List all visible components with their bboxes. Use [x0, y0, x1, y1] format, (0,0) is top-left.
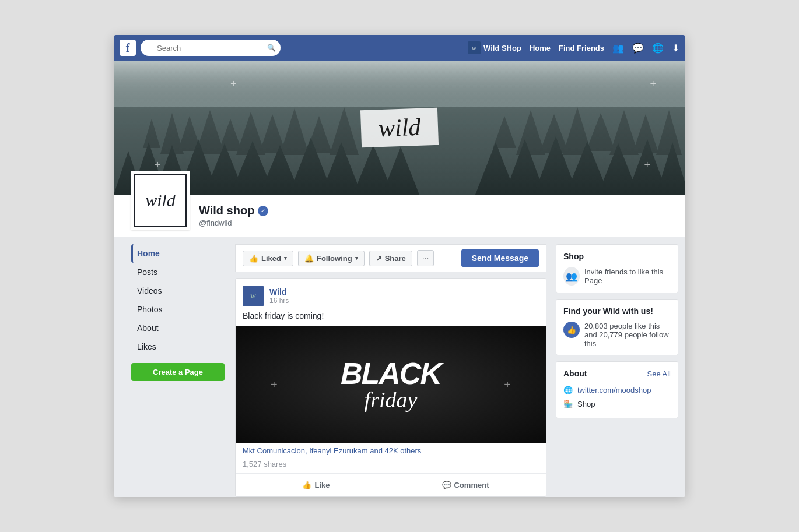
thumbs-up-icon: 👍 — [249, 254, 258, 263]
post-text: Black friday is coming! — [236, 311, 546, 326]
page-content: + + + + wild wild Wild shop ✓ — [114, 61, 685, 497]
shop-title: Shop — [563, 252, 671, 261]
profile-info: Wild shop ✓ @findwild — [199, 204, 268, 230]
cover-plus-topright: + — [650, 78, 656, 90]
share-button[interactable]: ↗ Share — [369, 251, 412, 266]
bf-sub-text: friday — [341, 389, 441, 411]
browser-window: f 🔍 w Wild SHop Home Find Friends 👥 💬 🌐 … — [114, 35, 685, 497]
notifications-icon[interactable]: 🌐 — [652, 43, 664, 54]
bell-icon: 🔔 — [304, 254, 314, 263]
cover-image: + + + + wild — [114, 61, 685, 195]
action-bar: 👍 Liked ▾ 🔔 Following ▾ ↗ Share ··· — [235, 244, 546, 272]
about-title: About — [563, 369, 587, 378]
post-actions: 👍 Like 💬 Comment — [236, 473, 546, 496]
invite-text[interactable]: Invite friends to like this Page — [584, 267, 671, 285]
like-action-icon: 👍 — [302, 481, 311, 489]
see-all-link[interactable]: See All — [647, 369, 671, 378]
find-wild-tagline: Find your Wild with us! — [563, 306, 671, 316]
bf-main-text: BLACK — [341, 358, 441, 389]
following-chevron-icon: ▾ — [355, 255, 358, 261]
post-card: w Wild 16 hrs Black friday is coming! + … — [235, 278, 546, 497]
post-shares-text: 1,527 shares — [236, 459, 546, 473]
sidebar-item-likes[interactable]: Likes — [131, 337, 225, 356]
sidebar-item-about[interactable]: About — [131, 319, 225, 337]
post-time: 16 hrs — [269, 297, 289, 305]
page-avatar-nav: w — [468, 41, 481, 54]
shop-widget: Shop 👥 Invite friends to like this Page — [556, 244, 678, 293]
globe-icon: 🌐 — [563, 385, 573, 394]
search-icon: 🔍 — [267, 44, 276, 52]
black-friday-text: BLACK friday — [341, 358, 441, 411]
post-avatar[interactable]: w — [243, 286, 264, 306]
page-name-label: Wild SHop — [483, 44, 521, 52]
search-wrap: 🔍 — [141, 40, 281, 56]
sidebar-item-videos[interactable]: Videos — [131, 281, 225, 300]
profile-avatar[interactable]: wild — [131, 171, 190, 230]
like-icon-sm: 👍 — [563, 322, 580, 338]
messages-icon[interactable]: 💬 — [632, 43, 644, 54]
comment-action-label: Comment — [454, 481, 489, 489]
like-action-button[interactable]: 👍 Like — [243, 477, 390, 493]
sidebar-item-photos[interactable]: Photos — [131, 300, 225, 319]
profile-avatar-inner: wild — [134, 174, 187, 227]
nav-find-friends-link[interactable]: Find Friends — [559, 44, 604, 52]
right-sidebar: Shop 👥 Invite friends to like this Page … — [551, 244, 685, 497]
friends-requests-icon[interactable]: 👥 — [612, 43, 624, 54]
invite-row: 👥 Invite friends to like this Page — [563, 267, 671, 286]
likes-row: 👍 20,803 people like this and 20,779 peo… — [563, 322, 671, 348]
verified-badge: ✓ — [258, 206, 268, 216]
bf-plus-left: + — [271, 378, 278, 392]
about-header: About See All — [563, 369, 671, 378]
post-author[interactable]: Wild — [269, 287, 289, 297]
topnav-right: w Wild SHop Home Find Friends 👥 💬 🌐 ⬇ — [468, 41, 679, 54]
post-image: + BLACK friday + — [236, 326, 546, 443]
send-message-button[interactable]: Send Message — [461, 249, 539, 267]
center-feed: 👍 Liked ▾ 🔔 Following ▾ ↗ Share ··· — [230, 244, 551, 497]
following-label: Following — [317, 254, 352, 263]
about-shop-item: 🏪 Shop — [563, 397, 671, 411]
page-name-nav[interactable]: w Wild SHop — [468, 41, 521, 54]
liked-label: Liked — [261, 254, 281, 263]
create-page-button[interactable]: Create a Page — [131, 363, 225, 381]
post-meta: Wild 16 hrs — [269, 287, 289, 305]
profile-name-row: Wild shop ✓ — [199, 204, 268, 217]
search-input[interactable] — [141, 40, 281, 56]
facebook-logo[interactable]: f — [120, 40, 136, 56]
likes-count-text: 20,803 people like this and 20,779 peopl… — [584, 322, 671, 348]
bf-plus-right: + — [504, 378, 511, 392]
about-widget: About See All 🌐 twitter.com/moodshop 🏪 S… — [556, 361, 678, 418]
post-header: w Wild 16 hrs — [236, 279, 546, 311]
shop-icon: 🏪 — [563, 399, 573, 408]
profile-avatar-wrap: wild — [131, 171, 190, 230]
cover-wild-title: wild — [360, 108, 439, 148]
comment-action-button[interactable]: 💬 Comment — [392, 477, 539, 493]
more-button[interactable]: ··· — [417, 250, 434, 266]
left-sidebar: Home Posts Videos Photos About Likes Cre… — [114, 244, 230, 497]
cover-plus-bottomright: + — [644, 159, 650, 171]
profile-area: wild Wild shop ✓ @findwild — [114, 195, 685, 237]
profile-name: Wild shop — [199, 204, 254, 217]
top-navbar: f 🔍 w Wild SHop Home Find Friends 👥 💬 🌐 … — [114, 35, 685, 61]
post-likes-text[interactable]: Mkt Comunicacion, Ifeanyi Ezurukam and 4… — [236, 443, 546, 459]
invite-icon: 👥 — [563, 267, 580, 286]
find-wild-widget: Find your Wild with us! 👍 20,803 people … — [556, 299, 678, 355]
cover-section: + + + + wild wild Wild shop ✓ — [114, 61, 685, 237]
main-layout: Home Posts Videos Photos About Likes Cre… — [114, 237, 685, 497]
about-twitter-item: 🌐 twitter.com/moodshop — [563, 383, 671, 397]
cover-plus-bottomleft: + — [155, 159, 161, 171]
liked-button[interactable]: 👍 Liked ▾ — [243, 251, 293, 266]
comment-action-icon: 💬 — [442, 481, 451, 489]
share-icon: ↗ — [376, 254, 382, 263]
sidebar-item-home[interactable]: Home — [131, 244, 225, 263]
shop-label[interactable]: Shop — [577, 400, 595, 408]
twitter-link[interactable]: twitter.com/moodshop — [577, 386, 651, 394]
liked-chevron-icon: ▾ — [284, 255, 287, 261]
account-icon[interactable]: ⬇ — [672, 43, 679, 54]
cover-plus-topleft: + — [230, 78, 237, 90]
like-action-label: Like — [314, 481, 330, 489]
share-label: Share — [385, 254, 406, 263]
nav-home-link[interactable]: Home — [530, 44, 551, 52]
following-button[interactable]: 🔔 Following ▾ — [298, 251, 365, 266]
profile-handle: @findwild — [199, 219, 268, 227]
sidebar-item-posts[interactable]: Posts — [131, 263, 225, 281]
